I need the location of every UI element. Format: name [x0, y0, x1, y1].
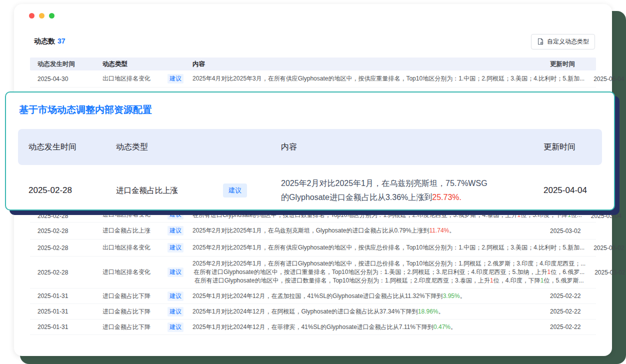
- row-type-cell: 进口金额占比上涨建议: [98, 226, 188, 236]
- row-type: 出口地区排名变化: [102, 74, 150, 83]
- window-controls: [29, 13, 54, 18]
- row-type-cell: 进口金额占比下降建议: [98, 307, 188, 316]
- row-type: 进口地区排名变化: [102, 268, 150, 276]
- table-row[interactable]: 2025-02-28进口地区排名变化建议2025年2月对比2025年1月，在所有…: [30, 256, 596, 288]
- row-type-cell: 出口地区排名变化建议: [98, 74, 188, 84]
- row-updated: 2025-03-02: [590, 269, 626, 276]
- row-content: 2025年2月对比2025年1月，在所有供应Glyphosate的地区中，按供应…: [188, 244, 588, 252]
- column-header-type: 动态类型: [98, 60, 188, 68]
- row-type-cell: 进口地区排名变化建议: [98, 268, 188, 277]
- suggestion-tag: 建议: [168, 292, 184, 301]
- row-date: 2025-02-28: [30, 228, 98, 234]
- table-row[interactable]: 2025-01-31进口金额占比下降建议2025年1月对比2024年12月，在阿…: [30, 304, 596, 320]
- row-type: 进口金额占比下降: [102, 308, 150, 316]
- row-content: 2025年1月对比2024年12月，在菲律宾，41%SL的Glyphosate进…: [188, 323, 545, 332]
- suggestion-tag: 建议: [168, 74, 184, 84]
- table-header-row: 动态发生时间 动态类型 内容 更新时间: [30, 58, 596, 70]
- row-type: 出口地区排名变化: [102, 244, 150, 252]
- content-line: 2025年2月对比2025年1月，在乌兹别克斯坦，Glyphosate的进口金额…: [192, 226, 541, 235]
- highlight-column-content: 内容: [281, 142, 540, 152]
- row-type: 进口金额占比上涨: [102, 226, 150, 235]
- document-gear-icon: [537, 38, 544, 45]
- suggestion-tag: 建议: [223, 184, 247, 198]
- row-content: 2025年2月对比2025年1月，在乌兹别克斯坦，Glyphosate的进口金额…: [188, 226, 545, 235]
- toolbar: 动态数37 自定义动态类型: [34, 34, 595, 49]
- table-row[interactable]: 2025-01-31进口金额占比下降建议2025年1月对比2024年12月，在孟…: [30, 288, 596, 304]
- row-content: 2025年4月对比2025年3月，在所有供应Glyphosate的地区中，按供应…: [188, 74, 588, 83]
- row-updated: 2025-05-04: [588, 76, 626, 82]
- maximize-window-button[interactable]: [49, 13, 54, 18]
- highlighted-row-type-cell: 进口金额占比上涨 建议: [116, 184, 281, 198]
- dynamics-count: 动态数37: [34, 37, 66, 46]
- table-row[interactable]: 2025-01-31进口金额占比下降建议2025年1月对比2024年12月，在菲…: [30, 320, 596, 335]
- content-line-1: 2025年2月对比2025年1月，在乌兹别亮斯坦，75.7%WSG: [281, 176, 540, 190]
- content-line: 2025年2月对比2025年1月，在所有进口Glyphosate的地区中，按进口…: [192, 260, 586, 268]
- row-type-cell: 进口金额占比下降建议: [98, 322, 188, 332]
- customize-dynamic-type-button[interactable]: 自定义动态类型: [531, 34, 595, 50]
- highlight-column-date: 动态发生时间: [18, 142, 116, 152]
- highlighted-row[interactable]: 2025-02-28 进口金额占比上涨 建议 2025年2月对比2025年1月，…: [18, 172, 602, 209]
- row-updated: 2025-02-22: [545, 292, 596, 300]
- content-line: 2025年1月对比2024年12月，在孟加拉国，41%SL的Glyphosate…: [192, 292, 541, 300]
- row-type: 进口金额占比下降: [102, 292, 150, 300]
- suggestion-tag: 建议: [168, 307, 184, 316]
- row-content: 2025年2月对比2025年1月，在所有进口Glyphosate的地区中，按进口…: [188, 260, 590, 285]
- row-updated: 2025-03-02: [588, 244, 626, 252]
- row-updated: 2025-02-22: [545, 324, 596, 330]
- highlighted-row-type: 进口金额占比上涨: [116, 186, 178, 196]
- table-row[interactable]: 2025-04-30出口地区排名变化建议2025年4月对比2025年3月，在所有…: [30, 70, 596, 88]
- highlight-header-row: 动态发生时间 动态类型 内容 更新时间: [18, 129, 602, 165]
- row-type-cell: 进口地区排名变化建议: [98, 210, 188, 220]
- column-header-date: 动态发生时间: [30, 60, 98, 68]
- highlight-card-title: 基于市场动态调整内部资源配置: [19, 104, 614, 116]
- highlight-column-updated: 更新时间: [540, 142, 602, 152]
- column-header-updated: 更新时间: [545, 60, 596, 68]
- content-line: 在所有进口Glyphosate的地区中，按进口重量排名，Top10地区分别为：1…: [192, 268, 586, 276]
- content-line: 在所有进口Glyphosate的地区中，按进口数量排名，Top10地区分别为：1…: [192, 276, 586, 285]
- content-line-2: 的Glyphosate进口金额占比从3.36%上涨到25.73%.: [281, 190, 540, 204]
- row-content: 在所有进口Glyphosate的地区中，按进口数量排名，Top10地区分别为：1…: [188, 211, 586, 220]
- suggestion-tag: 建议: [168, 210, 184, 220]
- row-date: 2025-02-28: [30, 244, 98, 252]
- highlight-card: 基于市场动态调整内部资源配置 动态发生时间 动态类型 内容 更新时间 2025-…: [5, 92, 615, 210]
- row-content: 2025年1月对比2024年12月，在孟加拉国，41%SL的Glyphosate…: [188, 292, 545, 300]
- content-line: 2025年1月对比2024年12月，在阿根廷，Glyphosate的进口金额占比…: [192, 308, 541, 316]
- suggestion-tag: 建议: [168, 226, 184, 236]
- row-updated: 2025-03-04: [586, 212, 626, 220]
- customize-button-label: 自定义动态类型: [547, 38, 589, 46]
- highlighted-row-updated: 2025-04-04: [540, 186, 602, 196]
- row-updated: 2025-03-02: [545, 228, 596, 234]
- row-updated: 2025-02-22: [545, 308, 596, 315]
- content-line: 2025年1月对比2024年12月，在菲律宾，41%SL的Glyphosate进…: [192, 323, 541, 332]
- suggestion-tag: 建议: [168, 322, 184, 332]
- row-date: 2025-01-31: [30, 308, 98, 315]
- dynamics-count-value: 37: [58, 37, 66, 45]
- content-line: 2025年2月对比2025年1月，在所有供应Glyphosate的地区中，按供应…: [192, 244, 584, 252]
- row-date: 2025-01-31: [30, 324, 98, 330]
- table-row[interactable]: 2025-02-28出口地区排名变化建议2025年2月对比2025年1月，在所有…: [30, 240, 596, 256]
- content-line: 2025年4月对比2025年3月，在所有供应Glyphosate的地区中，按供应…: [192, 74, 584, 83]
- suggestion-tag: 建议: [168, 243, 184, 252]
- highlighted-percentage: 25.73%.: [432, 193, 462, 202]
- row-type: 进口地区排名变化: [102, 210, 150, 219]
- row-date: 2025-02-28: [30, 212, 98, 220]
- row-type-cell: 出口地区排名变化建议: [98, 243, 188, 252]
- row-date: 2025-04-30: [30, 76, 98, 82]
- highlighted-row-date: 2025-02-28: [18, 186, 116, 196]
- row-type-cell: 进口金额占比下降建议: [98, 292, 188, 301]
- column-header-content: 内容: [188, 60, 545, 68]
- row-type: 进口金额占比下降: [102, 323, 150, 332]
- dynamics-count-label: 动态数: [34, 37, 55, 45]
- table-row[interactable]: 2025-02-28进口金额占比上涨建议2025年2月对比2025年1月，在乌兹…: [30, 222, 596, 240]
- content-line: 在所有进口Glyphosate的地区中，按进口数量排名，Top10地区分别为：1…: [192, 211, 582, 220]
- highlight-column-type: 动态类型: [116, 142, 281, 152]
- row-content: 2025年1月对比2024年12月，在阿根廷，Glyphosate的进口金额占比…: [188, 308, 545, 316]
- close-window-button[interactable]: [29, 13, 34, 18]
- row-date: 2025-01-31: [30, 292, 98, 300]
- row-date: 2025-02-28: [30, 269, 98, 276]
- minimize-window-button[interactable]: [39, 13, 44, 18]
- suggestion-tag: 建议: [168, 268, 184, 277]
- highlighted-row-content: 2025年2月对比2025年1月，在乌兹别亮斯坦，75.7%WSG 的Glyph…: [281, 176, 540, 204]
